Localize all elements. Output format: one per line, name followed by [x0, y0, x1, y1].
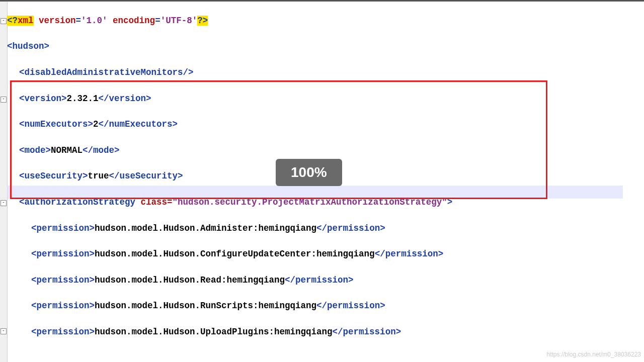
code-line: <permission>hudson.model.Hudson.Configur…	[7, 248, 644, 261]
fold-marker-icon[interactable]: -	[1, 18, 7, 24]
fold-gutter: - - - -	[0, 2, 8, 362]
code-editor[interactable]: - - - - <?xml version='1.0' encoding='UT…	[0, 0, 644, 362]
code-area[interactable]: <?xml version='1.0' encoding='UTF-8'?> <…	[7, 2, 644, 362]
fold-marker-icon[interactable]: -	[1, 97, 7, 103]
code-line: <mode>NORMAL</mode>	[7, 144, 644, 157]
code-line: <permission>hudson.model.Hudson.UploadPl…	[7, 326, 644, 339]
code-line: <disabledAdministrativeMonitors/>	[7, 66, 644, 79]
code-line: <numExecutors>2</numExecutors>	[7, 118, 644, 131]
code-line: <authorizationStrategy class="hudson.sec…	[7, 196, 644, 209]
code-line: <?xml version='1.0' encoding='UTF-8'?>	[7, 15, 644, 28]
code-line: <version>2.32.1</version>	[7, 93, 644, 106]
fold-marker-icon[interactable]: -	[1, 200, 7, 206]
code-line: <hudson>	[7, 40, 644, 53]
code-line: <permission>hudson.model.Hudson.Read:hem…	[7, 274, 644, 287]
code-line: <useSecurity>true</useSecurity>	[7, 170, 644, 183]
code-line: <permission>hudson.model.Hudson.RunScrip…	[7, 300, 644, 313]
code-line: <permission>hudson.model.Hudson.Administ…	[7, 222, 644, 235]
fold-marker-icon[interactable]: -	[1, 328, 7, 334]
watermark-text: https://blog.csdn.net/m0_38036223	[547, 348, 641, 361]
